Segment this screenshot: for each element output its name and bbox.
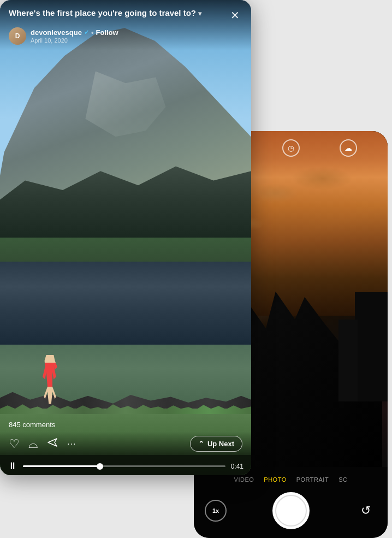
progress-bar-container: ⏸ 0:41: [0, 455, 251, 475]
comment-button[interactable]: ⌓: [28, 437, 38, 451]
close-icon: ✕: [230, 9, 240, 22]
username-block: devonlevesque ✓ • Follow April 10, 2020: [31, 28, 118, 44]
zoom-button[interactable]: 1x: [205, 500, 227, 522]
comment-icon: ⌓: [28, 437, 38, 451]
more-icon: ···: [67, 439, 76, 449]
rock-face: [0, 143, 251, 238]
action-icons-left: ♡ ⌓ ···: [9, 436, 76, 452]
up-next-button[interactable]: ⌃ Up Next: [190, 436, 242, 452]
building-silhouette: [355, 292, 388, 401]
time-display: 0:41: [231, 463, 243, 470]
avatar-inner: D: [9, 27, 26, 45]
portrait-mode[interactable]: PORTRAIT: [296, 476, 329, 483]
username-row: devonlevesque ✓ • Follow: [31, 28, 118, 37]
dot-separator: •: [91, 28, 94, 37]
post-question: Where's the first place you're going to …: [9, 8, 227, 19]
avatar[interactable]: D: [9, 27, 26, 45]
close-button[interactable]: ✕: [227, 8, 242, 23]
post-date: April 10, 2020: [31, 37, 118, 44]
player-bottom: 845 comments ♡ ⌓ ···: [0, 419, 251, 475]
shutter-inner: [275, 495, 307, 527]
runner-body: [38, 355, 62, 404]
video-mode[interactable]: VIDEO: [234, 476, 254, 483]
question-arrow-icon: ▾: [198, 10, 201, 17]
comments-count: 845 comments: [9, 421, 55, 429]
camera-bottom-controls: VIDEO PHOTO PORTRAIT SC 1x ↺: [194, 467, 388, 538]
instagram-player: Where's the first place you're going to …: [0, 0, 251, 475]
shutter-button[interactable]: [272, 492, 310, 529]
up-next-chevron-icon: ⌃: [198, 440, 204, 448]
up-next-label: Up Next: [207, 440, 234, 448]
camera-shutter-row: 1x ↺: [194, 492, 388, 529]
share-button[interactable]: [46, 436, 58, 452]
progress-track[interactable]: [23, 465, 225, 467]
video-content: [0, 0, 251, 475]
verified-badge-icon: ✓: [84, 29, 89, 36]
pause-icon: ⏸: [8, 460, 17, 472]
header-top-row: Where's the first place you're going to …: [9, 8, 242, 23]
player-header: Where's the first place you're going to …: [0, 0, 251, 50]
play-pause-button[interactable]: ⏸: [8, 460, 17, 472]
runner-figure: [38, 355, 62, 404]
flip-camera-button[interactable]: ↺: [355, 500, 377, 522]
more-button[interactable]: ···: [67, 439, 76, 449]
action-bar: ♡ ⌓ ··· ⌃ Up Next: [0, 431, 251, 455]
flash-icon[interactable]: ☁: [340, 139, 357, 157]
heart-icon: ♡: [9, 437, 20, 451]
share-icon: [46, 436, 58, 452]
sc-mode[interactable]: SC: [338, 476, 347, 483]
camera-mode-selector: VIDEO PHOTO PORTRAIT SC: [234, 476, 348, 483]
username[interactable]: devonlevesque: [31, 28, 82, 37]
photo-mode[interactable]: PHOTO: [264, 476, 286, 483]
user-info: D devonlevesque ✓ • Follow April 10, 202…: [9, 27, 242, 45]
progress-thumb[interactable]: [97, 463, 103, 470]
flip-icon: ↺: [361, 504, 371, 518]
follow-button[interactable]: Follow: [96, 28, 118, 37]
progress-fill: [23, 465, 100, 467]
like-button[interactable]: ♡: [9, 437, 20, 451]
timer-icon[interactable]: ◷: [282, 139, 300, 157]
progress-bar-row: ⏸ 0:41: [0, 457, 251, 475]
